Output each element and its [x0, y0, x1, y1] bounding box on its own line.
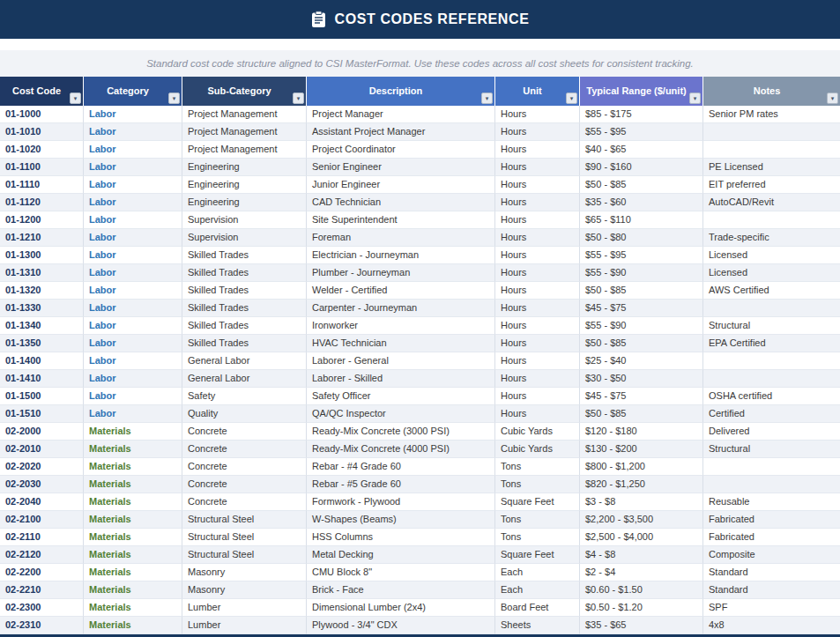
cell-description: Project Manager: [307, 106, 495, 123]
cell-typical_range: $820 - $1,250: [580, 476, 703, 493]
cell-typical_range: $35 - $65: [580, 617, 703, 634]
column-label-sub_category: Sub-Category: [207, 85, 271, 97]
table-row: 02-2300MaterialsLumberDimensional Lumber…: [0, 599, 840, 617]
column-label-category: Category: [107, 85, 149, 97]
cell-cost_code: 01-1510: [0, 405, 84, 423]
cell-cost_code: 02-2310: [0, 617, 84, 634]
cell-unit: Hours: [495, 159, 580, 176]
table-row: 02-2120MaterialsStructural SteelMetal De…: [0, 546, 840, 564]
table-row: 02-2110MaterialsStructural SteelHSS Colu…: [0, 529, 840, 546]
column-label-typical_range: Typical Range ($/unit): [586, 85, 686, 97]
filter-dropdown-category[interactable]: ▾: [168, 93, 180, 104]
cell-cost_code: 01-1410: [0, 370, 84, 388]
table-row: 02-2030MaterialsConcreteRebar - #5 Grade…: [0, 476, 840, 493]
cell-notes: Structural: [703, 441, 840, 458]
cell-category: Materials: [84, 511, 182, 529]
cell-description: Ironworker: [307, 317, 495, 335]
cell-notes: Reusable: [703, 493, 840, 511]
cell-typical_range: $45 - $75: [580, 300, 703, 317]
cell-notes: PE Licensed: [703, 159, 840, 176]
cell-category: Labor: [84, 194, 182, 211]
cell-cost_code: 01-1120: [0, 194, 84, 211]
cell-category: Labor: [84, 405, 182, 423]
cell-description: Plywood - 3/4" CDX: [307, 617, 495, 634]
cell-unit: Tons: [495, 458, 580, 476]
cell-notes: [703, 352, 840, 370]
cell-category: Materials: [84, 564, 182, 581]
cell-cost_code: 01-1020: [0, 141, 84, 159]
cell-unit: Hours: [495, 247, 580, 264]
table-row: 02-2210MaterialsMasonryBrick - FaceEach$…: [0, 581, 840, 599]
filter-dropdown-description[interactable]: ▾: [481, 93, 493, 104]
table-row: 01-1320LaborSkilled TradesWelder - Certi…: [0, 282, 840, 300]
cell-unit: Hours: [495, 335, 580, 352]
table-row: 02-2100MaterialsStructural SteelW-Shapes…: [0, 511, 840, 529]
cell-cost_code: 01-1100: [0, 159, 84, 176]
cell-cost_code: 01-1500: [0, 388, 84, 405]
cell-description: CAD Technician: [307, 194, 495, 211]
cell-unit: Tons: [495, 529, 580, 546]
cell-unit: Square Feet: [495, 493, 580, 511]
table-row: 01-1010LaborProject ManagementAssistant …: [0, 123, 840, 141]
cell-unit: Hours: [495, 176, 580, 194]
cell-typical_range: $120 - $180: [580, 423, 703, 441]
cell-typical_range: $65 - $110: [580, 211, 703, 229]
cell-sub_category: Engineering: [182, 176, 307, 194]
cell-category: Materials: [84, 423, 182, 441]
cell-notes: Standard: [703, 581, 840, 599]
cell-typical_range: $55 - $95: [580, 123, 703, 141]
cell-sub_category: Supervision: [182, 211, 307, 229]
cell-unit: Board Feet: [495, 599, 580, 617]
cost-codes-table: Cost Code▾Category▾Sub-Category▾Descript…: [0, 77, 840, 634]
cell-notes: [703, 211, 840, 229]
cell-typical_range: $55 - $90: [580, 264, 703, 282]
cell-sub_category: Concrete: [182, 423, 307, 441]
cell-notes: [703, 300, 840, 317]
cell-notes: AutoCAD/Revit: [703, 194, 840, 211]
cell-typical_range: $85 - $175: [580, 106, 703, 123]
cell-unit: Hours: [495, 211, 580, 229]
column-label-description: Description: [369, 85, 423, 97]
cell-description: Safety Officer: [307, 388, 495, 405]
cell-typical_range: $55 - $90: [580, 317, 703, 335]
column-header-category: Category▾: [84, 77, 182, 106]
cell-cost_code: 02-2040: [0, 493, 84, 511]
cell-cost_code: 01-1320: [0, 282, 84, 300]
cell-description: CMU Block 8": [307, 564, 495, 581]
cell-typical_range: $25 - $40: [580, 352, 703, 370]
cell-description: Project Coordinator: [307, 141, 495, 159]
cell-category: Labor: [84, 176, 182, 194]
filter-dropdown-typical_range[interactable]: ▾: [689, 93, 701, 104]
cell-cost_code: 02-2110: [0, 529, 84, 546]
cell-category: Materials: [84, 599, 182, 617]
cell-notes: 4x8: [703, 617, 840, 634]
filter-dropdown-unit[interactable]: ▾: [566, 93, 577, 104]
cell-category: Labor: [84, 159, 182, 176]
filter-dropdown-notes[interactable]: ▾: [827, 93, 838, 104]
cell-category: Labor: [84, 370, 182, 388]
cell-notes: [703, 123, 840, 141]
cell-sub_category: Skilled Trades: [182, 335, 307, 352]
cell-notes: Delivered: [703, 423, 840, 441]
cell-notes: Certified: [703, 405, 840, 423]
cell-cost_code: 01-1010: [0, 123, 84, 141]
cell-sub_category: Structural Steel: [182, 529, 307, 546]
cell-category: Labor: [84, 229, 182, 247]
cell-sub_category: Safety: [182, 388, 307, 405]
cell-typical_range: $4 - $8: [580, 546, 703, 564]
cell-sub_category: Skilled Trades: [182, 247, 307, 264]
cell-description: Rebar - #4 Grade 60: [307, 458, 495, 476]
cell-cost_code: 02-2120: [0, 546, 84, 564]
cell-description: Metal Decking: [307, 546, 495, 564]
cell-cost_code: 01-1310: [0, 264, 84, 282]
column-label-notes: Notes: [754, 85, 781, 97]
cell-description: Foreman: [307, 229, 495, 247]
filter-dropdown-sub_category[interactable]: ▾: [293, 93, 304, 104]
cell-sub_category: Skilled Trades: [182, 300, 307, 317]
subtitle-banner: Standard cost code structure aligned to …: [0, 50, 840, 77]
cell-sub_category: General Labor: [182, 370, 307, 388]
cell-cost_code: 01-1330: [0, 300, 84, 317]
cell-category: Labor: [84, 264, 182, 282]
filter-dropdown-cost_code[interactable]: ▾: [70, 93, 81, 104]
cell-category: Labor: [84, 317, 182, 335]
